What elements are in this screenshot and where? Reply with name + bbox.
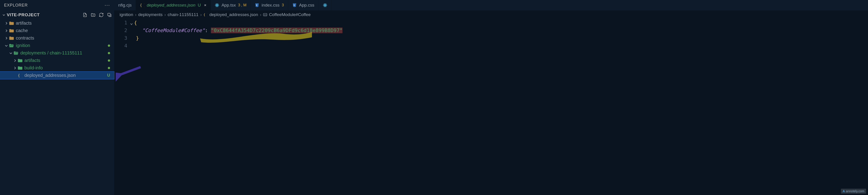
tree-folder[interactable]: cache [0,27,114,34]
tree-item-label: cache [16,28,28,33]
project-header[interactable]: VITE-PROJECT [0,10,114,20]
editor-tab[interactable]: App.tsx3, M [211,0,251,10]
editor-area: nfig.cjs{ }deployed_addresses.jsonU×App.… [114,0,868,195]
css-icon: 3 [292,3,297,7]
chevron-down-icon [9,51,13,55]
folder-icon [9,36,14,41]
symbol-icon: abc [263,13,267,17]
svg-text:3: 3 [293,4,295,6]
chevron-right-icon: › [260,12,261,17]
tab-badge: 3, M [238,3,246,7]
tab-badge: 3 [282,3,284,7]
tree-item-label: build-info [24,65,43,70]
file-tree: artifactscachecontractsignitiondeploymen… [0,20,114,195]
svg-text:{ }: { } [18,73,22,77]
editor-tab[interactable]: { }deployed_addresses.jsonU× [136,0,211,10]
tree-item-label: deployed_addresses.json [24,73,76,78]
tab-label: App.tsx [221,3,236,8]
explorer-title: EXPLORER [4,3,28,8]
tab-label: deployed_addresses.json [147,3,195,8]
tab-label: index.css [261,3,279,8]
chevron-right-icon: › [164,12,166,17]
tree-folder[interactable]: deployments / chain-11155111 [0,49,114,57]
json-key: "CoffeeModule#Coffee" [142,28,205,33]
git-modified-dot-icon [108,67,110,69]
breadcrumb[interactable]: ignition › deployments › chain-11155111 … [114,10,868,19]
tree-folder[interactable]: artifacts [0,20,114,27]
tree-item-label: artifacts [16,21,32,26]
css-icon: 3 [255,3,259,7]
json-icon: { } [18,73,23,78]
editor-tabs: nfig.cjs{ }deployed_addresses.jsonU×App.… [114,0,868,10]
tree-folder[interactable]: build-info [0,64,114,72]
chevron-right-icon: › [200,12,202,17]
editor-tab[interactable]: nfig.cjs [114,0,136,10]
refresh-icon[interactable] [99,12,104,18]
tree-folder[interactable]: artifacts [0,57,114,64]
folder-icon [9,28,14,33]
chevron-right-icon [4,36,8,40]
tree-folder[interactable]: ignition [0,42,114,49]
folder-icon [9,21,14,26]
tab-label: nfig.cjs [118,3,131,8]
svg-point-9 [324,5,325,5]
editor-tab[interactable] [319,0,332,10]
editor-tab[interactable]: 3App.css [288,0,319,10]
git-status-badge: U [107,73,110,78]
tree-folder[interactable]: contracts [0,34,114,42]
project-actions [83,12,112,18]
react-icon [215,3,219,7]
tree-item-label: deployments / chain-11155111 [20,51,82,56]
sidebar: EXPLORER ··· VITE-PROJECT artifactscache… [0,0,114,195]
crumb-symbol[interactable]: CoffeeModule#Coffee [269,12,311,17]
chevron-right-icon [4,22,8,25]
project-name: VITE-PROJECT [7,12,40,18]
explorer-header: EXPLORER ··· [0,0,114,10]
git-modified-dot-icon [108,59,110,62]
svg-text:{ }: { } [140,3,145,7]
tab-git-status: U [198,3,201,8]
crumb[interactable]: deployments [138,12,163,17]
json-value: "0xC8644fA354D7c2209cB6a9DFd9c6d18e899B8… [211,28,343,33]
tree-item-label: contracts [16,35,34,41]
collapse-all-icon[interactable] [107,12,112,18]
tree-file[interactable]: { }deployed_addresses.jsonU [0,72,114,79]
react-partial-icon [323,3,327,7]
tree-item-label: artifacts [24,58,40,63]
folder-icon [9,43,14,48]
crumb-file[interactable]: deployed_addresses.json [209,12,258,17]
explorer-more-icon[interactable]: ··· [105,2,110,8]
svg-rect-0 [108,13,110,16]
chevron-right-icon: › [135,12,136,17]
json-icon: { } [140,3,145,7]
git-modified-dot-icon [108,44,110,47]
chevron-down-icon [4,44,8,47]
svg-text:abc: abc [264,14,267,16]
svg-text:3: 3 [256,4,257,6]
new-file-icon[interactable] [83,12,88,18]
new-folder-icon[interactable] [91,12,96,18]
code-editor[interactable]: 1 2 3 4 ⌄{ "CoffeeModule#Coffee": "0xC86… [114,19,868,50]
line-gutter: 1 2 3 4 [114,19,130,50]
svg-point-3 [217,5,217,5]
git-modified-dot-icon [108,52,110,54]
chevron-right-icon [13,59,17,62]
tree-item-label: ignition [16,43,30,48]
chevron-down-icon [2,13,5,17]
folder-icon [13,51,19,56]
crumb[interactable]: chain-11155111 [168,12,198,17]
watermark: Aannotely.com [841,189,866,194]
code-body[interactable]: ⌄{ "CoffeeModule#Coffee": "0xC8644fA354D… [130,19,868,50]
crumb[interactable]: ignition [120,12,133,17]
chevron-right-icon [4,29,8,33]
editor-tab[interactable]: 3index.css3 [251,0,288,10]
tab-label: App.css [299,3,314,8]
chevron-right-icon [13,66,17,70]
fold-caret-icon[interactable]: ⌄ [130,19,134,27]
json-icon: { } [204,13,208,17]
folder-icon [18,66,23,70]
svg-text:{ }: { } [204,13,208,17]
close-icon[interactable]: × [204,3,206,8]
folder-icon [18,58,23,63]
